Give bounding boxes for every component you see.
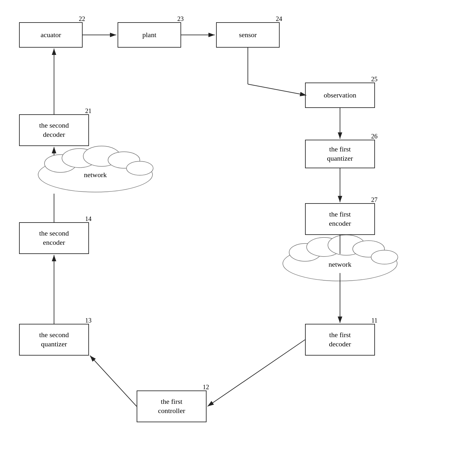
sencoder-box: the second encoder 14 (19, 222, 89, 254)
sensor-label: sensor (239, 30, 257, 40)
fcontroller-label: the first controller (158, 397, 185, 415)
fdecoder-ref: 11 (371, 316, 377, 324)
plant-label: plant (142, 30, 156, 40)
cloud1-bump4 (353, 241, 384, 257)
arrow-fd-fc (207, 340, 305, 406)
fencoder-box: the first encoder 27 (305, 203, 375, 235)
sencoder-label: the second encoder (39, 229, 69, 247)
actuator-box: acuator 22 (19, 22, 83, 48)
fencoder-ref: 27 (371, 196, 377, 204)
fquantizer-ref: 26 (371, 132, 377, 140)
squantizer-ref: 13 (85, 316, 92, 324)
actuator-ref: 22 (79, 15, 85, 23)
cloud2-bump4 (108, 152, 140, 168)
fdecoder-box: the first decoder 11 (305, 324, 375, 356)
arrow-sensor-obs (248, 84, 306, 95)
diagram: acuator 22 plant 23 sensor 24 observatio… (0, 0, 476, 467)
sdecoder-label: the second decoder (39, 121, 69, 139)
sencoder-ref: 14 (85, 215, 92, 223)
cloud1-bump2 (307, 237, 342, 257)
sdecoder-box: the second decoder 21 (19, 114, 89, 146)
sensor-box: sensor 24 (216, 22, 280, 48)
actuator-label: acuator (41, 30, 61, 40)
cloud2-ellipse (38, 157, 153, 192)
observation-label: observation (324, 91, 357, 100)
sdecoder-ref: 21 (85, 107, 92, 115)
cloud1-bump1 (289, 244, 321, 261)
sensor-ref: 24 (276, 15, 282, 23)
arrow-fc-sq (90, 356, 137, 406)
fencoder-label: the first encoder (329, 210, 351, 228)
network2-label: network (84, 171, 107, 179)
cloud2-bump5 (126, 161, 153, 175)
fcontroller-ref: 12 (203, 383, 209, 391)
cloud2-bump3 (83, 146, 120, 166)
fquantizer-label: the first quantizer (327, 145, 353, 163)
plant-box: plant 23 (118, 22, 181, 48)
observation-ref: 25 (371, 75, 377, 83)
fquantizer-box: the first quantizer 26 (305, 140, 375, 168)
fdecoder-label: the first decoder (329, 330, 351, 349)
squantizer-label: the second quantizer (39, 330, 69, 349)
cloud2-bump1 (44, 155, 76, 172)
cloud1-bump5 (371, 250, 398, 264)
squantizer-box: the second quantizer 13 (19, 324, 89, 356)
network1-label: network (329, 260, 351, 268)
cloud2-bump2 (62, 149, 97, 168)
cloud1-bump3 (328, 235, 365, 255)
fcontroller-box: the first controller 12 (137, 390, 207, 422)
plant-ref: 23 (177, 15, 184, 23)
observation-box: observation 25 (305, 83, 375, 108)
cloud1-ellipse (283, 246, 397, 281)
